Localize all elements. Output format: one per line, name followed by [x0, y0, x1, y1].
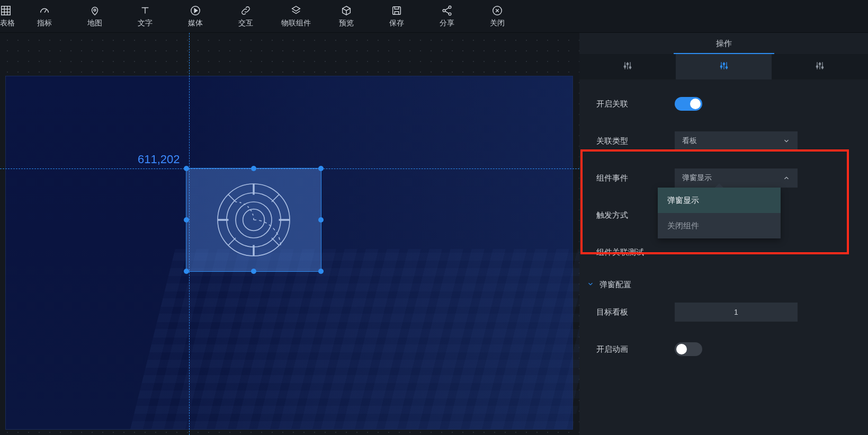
- select-link-type[interactable]: 看板: [675, 131, 798, 150]
- toolbar-interact[interactable]: 交互: [220, 0, 271, 33]
- input-target-board[interactable]: 1: [675, 303, 798, 322]
- svg-point-15: [720, 66, 722, 67]
- panel-title: 操作: [579, 33, 868, 54]
- subtab-3[interactable]: [772, 54, 868, 79]
- toolbar-indicator[interactable]: 指标: [19, 0, 69, 33]
- svg-point-4: [449, 6, 451, 8]
- toolbar-label: 交互: [238, 19, 253, 28]
- input-value: 1: [734, 308, 738, 316]
- svg-point-13: [627, 63, 628, 65]
- svg-point-16: [723, 63, 724, 65]
- canvas-area[interactable]: 611,202: [0, 33, 579, 435]
- row-target-board: 目标看板 1: [596, 303, 851, 322]
- toolbar-label: 文字: [138, 19, 153, 28]
- field-label: 目标看板: [596, 307, 675, 317]
- sliders-icon: [815, 60, 825, 73]
- grid-icon: [0, 5, 12, 16]
- toolbar-label: 物联组件: [281, 19, 311, 28]
- toolbar-close[interactable]: 关闭: [472, 0, 522, 33]
- select-value: 弹窗显示: [682, 173, 712, 183]
- toolbar-iot[interactable]: 物联组件: [271, 0, 321, 33]
- cube-icon: [341, 5, 352, 16]
- toolbar-save[interactable]: 保存: [371, 0, 422, 33]
- properties-panel: 操作 开启关联 关联类型 看板: [579, 33, 868, 435]
- top-toolbar: 表格 指标 地图 文字 媒体 交互 物联组件: [0, 0, 868, 33]
- chevron-up-icon: [783, 174, 790, 182]
- iot-icon: [290, 5, 302, 16]
- chevron-down-icon: [587, 280, 594, 289]
- resize-handle[interactable]: [318, 217, 324, 223]
- svg-point-20: [822, 67, 824, 68]
- chevron-down-icon: [783, 137, 790, 145]
- dropdown-comp-event: 弹窗显示 关闭组件: [658, 188, 781, 238]
- section-popup-config[interactable]: 弹窗配置: [587, 280, 851, 290]
- toolbar-text[interactable]: 文字: [120, 0, 170, 33]
- gauge-icon: [39, 5, 50, 16]
- svg-point-6: [449, 13, 451, 15]
- toolbar-label: 关闭: [490, 19, 505, 28]
- row-enable-link: 开启关联: [596, 94, 851, 113]
- subtab-1[interactable]: [579, 54, 676, 79]
- row-enable-anim: 开启动画: [596, 340, 851, 359]
- text-icon: [139, 5, 151, 16]
- svg-point-17: [726, 67, 727, 68]
- toolbar-label: 分享: [440, 19, 454, 28]
- field-label: 关联类型: [596, 136, 675, 146]
- svg-point-14: [629, 67, 631, 68]
- toolbar-label: 预览: [339, 19, 354, 28]
- svg-rect-3: [392, 6, 400, 14]
- svg-point-18: [817, 66, 818, 67]
- pin-icon: [89, 5, 101, 16]
- svg-point-5: [443, 9, 445, 12]
- save-icon: [391, 5, 402, 16]
- dropdown-option[interactable]: 弹窗显示: [658, 188, 781, 213]
- section-label: 弹窗配置: [599, 280, 631, 290]
- sliders-icon: [622, 60, 633, 73]
- field-label: 组件关联测试: [596, 247, 675, 258]
- svg-point-19: [819, 63, 821, 65]
- toolbar-label: 保存: [389, 19, 404, 28]
- close-circle-icon: [491, 5, 503, 16]
- field-label: 开启动画: [596, 344, 675, 354]
- dropdown-option[interactable]: 关闭组件: [658, 213, 781, 238]
- toolbar-map[interactable]: 地图: [69, 0, 120, 33]
- resize-handle[interactable]: [251, 269, 256, 274]
- select-value: 看板: [682, 136, 697, 146]
- toolbar-table[interactable]: 表格: [0, 0, 19, 33]
- toggle-enable-anim[interactable]: [675, 342, 702, 356]
- toolbar-label: 指标: [37, 19, 52, 28]
- field-label: 组件事件: [596, 173, 675, 183]
- link-icon: [240, 5, 252, 16]
- panel-subtabs: [579, 54, 868, 79]
- resize-handle[interactable]: [318, 166, 324, 171]
- toggle-enable-link[interactable]: [675, 97, 702, 111]
- coordinate-label: 611,202: [138, 153, 180, 166]
- tech-circle-icon: [186, 168, 321, 271]
- toolbar-share[interactable]: 分享: [422, 0, 472, 33]
- toolbar-media[interactable]: 媒体: [170, 0, 220, 33]
- toolbar-label: 表格: [0, 19, 15, 28]
- toolbar-label: 地图: [87, 19, 102, 28]
- play-icon: [190, 5, 201, 16]
- select-comp-event[interactable]: 弹窗显示: [675, 168, 798, 188]
- sliders-icon: [719, 60, 729, 73]
- row-comp-link-test: 组件关联测试: [596, 243, 851, 262]
- resize-handle[interactable]: [184, 166, 189, 171]
- resize-handle[interactable]: [251, 166, 256, 171]
- row-comp-event: 组件事件 弹窗显示: [596, 168, 851, 188]
- subtab-2[interactable]: [676, 54, 772, 79]
- row-link-type: 关联类型 看板: [596, 131, 851, 150]
- svg-point-12: [624, 66, 625, 67]
- svg-point-1: [94, 9, 96, 11]
- resize-handle[interactable]: [184, 217, 189, 223]
- selected-component[interactable]: [186, 168, 321, 271]
- svg-rect-0: [2, 6, 11, 15]
- field-label: 开启关联: [596, 99, 675, 109]
- toolbar-preview[interactable]: 预览: [321, 0, 371, 33]
- share-icon: [441, 5, 453, 16]
- resize-handle[interactable]: [318, 269, 324, 274]
- toolbar-label: 媒体: [188, 19, 203, 28]
- resize-handle[interactable]: [184, 269, 189, 274]
